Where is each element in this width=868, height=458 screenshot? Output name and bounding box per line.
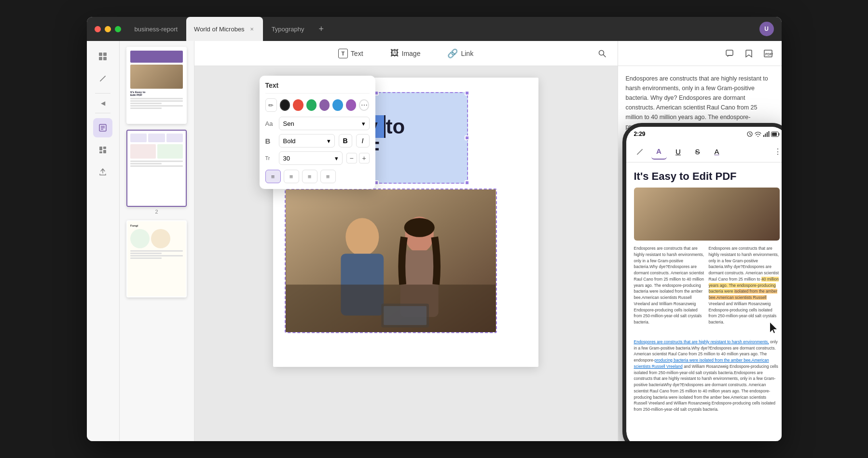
size-increase-button[interactable]: +	[359, 153, 370, 163]
mobile-status-bar: 2:29	[626, 127, 782, 141]
mobile-underline-text: Endospores are constructs that are highl…	[634, 339, 769, 344]
tab-world-of-microbes[interactable]: World of Microbes ✕	[186, 17, 263, 41]
svg-point-29	[758, 136, 758, 137]
italic-button[interactable]: I	[356, 134, 370, 148]
svg-rect-9	[103, 147, 106, 149]
mobile-time: 2:29	[634, 131, 646, 137]
thumbnail-page-3[interactable]: Fungi	[125, 220, 188, 297]
mobile-tool-edit[interactable]	[632, 144, 648, 160]
bold-button[interactable]: B	[339, 134, 352, 148]
link-icon: 🔗	[447, 48, 458, 59]
color-swatch-blue[interactable]	[332, 99, 343, 111]
mobile-text-col2: Endospores are constructs that are highl…	[709, 245, 780, 325]
color-swatch-black[interactable]	[280, 99, 290, 111]
align-right-button[interactable]: ≡	[302, 170, 317, 183]
sidebar-item-annotations[interactable]	[93, 69, 112, 88]
toolbar: T Text 🖼 Image 🔗 Link	[194, 41, 618, 66]
svg-rect-33	[768, 131, 769, 137]
thumbnail-page-1[interactable]: It's Easy toEdit PDF	[125, 47, 188, 124]
svg-rect-0	[99, 53, 102, 56]
svg-rect-23	[726, 50, 733, 55]
weight-icon: B	[265, 137, 275, 145]
tab-typography[interactable]: Typography	[264, 17, 312, 41]
right-tool-comments[interactable]	[722, 46, 737, 61]
svg-rect-10	[99, 151, 102, 153]
image-tool-button[interactable]: 🖼 Image	[385, 45, 427, 61]
thumbnail-img-1: It's Easy toEdit PDF	[126, 47, 187, 124]
size-stepper: − +	[346, 153, 370, 163]
user-avatar[interactable]: U	[759, 22, 774, 36]
tab-label: World of Microbes	[194, 26, 245, 33]
align-justify-button[interactable]: ≡	[320, 170, 336, 183]
svg-text:PDF/A: PDF/A	[765, 53, 773, 56]
color-row: ✏ ⋯	[265, 98, 370, 112]
color-swatch-green[interactable]	[306, 99, 317, 111]
right-panel: PDF/A Endospores are constructs that are…	[618, 41, 782, 441]
font-weight-chevron: ▾	[327, 137, 331, 145]
text-tool-button[interactable]: T Text	[332, 46, 369, 61]
collapse-button[interactable]: ◀	[98, 98, 108, 108]
thumbnail-img-2	[126, 130, 187, 207]
mobile-tool-underline[interactable]: U	[671, 144, 686, 160]
font-family-value: Sen	[283, 120, 294, 127]
align-left-button[interactable]: ≡	[265, 170, 281, 183]
sidebar-divider-2	[95, 113, 110, 113]
editor-area: T Text 🖼 Image 🔗 Link Te	[194, 41, 618, 441]
minimize-button[interactable]	[105, 26, 111, 32]
resize-handle-br[interactable]	[465, 180, 469, 185]
svg-point-15	[345, 218, 379, 256]
image-icon: 🖼	[390, 48, 399, 58]
text-tool-label: Text	[351, 50, 363, 57]
align-center-button[interactable]: ≡	[284, 170, 299, 183]
align-row: ≡ ≡ ≡ ≡	[265, 170, 370, 183]
font-family-select[interactable]: Sen ▾	[279, 117, 370, 130]
font-row: Aa Sen ▾	[265, 117, 370, 130]
color-swatch-violet[interactable]	[346, 99, 356, 111]
right-tool-pdfa[interactable]: PDF/A	[760, 46, 776, 61]
highlighted-text-2: isolated from the amber bee.American sci…	[709, 289, 778, 300]
font-weight-select[interactable]: Bold ▾	[279, 134, 335, 148]
canvas-area[interactable]: Text ✏ ⋯ Aa	[194, 66, 618, 441]
sidebar-item-export[interactable]	[93, 162, 112, 182]
mobile-tool-bold[interactable]: A	[651, 144, 667, 160]
image-tool-label: Image	[402, 50, 421, 57]
mobile-text-body-2: Endospores are constructs that are highl…	[634, 339, 780, 413]
right-toolbar: PDF/A	[618, 41, 782, 66]
close-button[interactable]	[95, 26, 101, 32]
mobile-pdf-title: It's Easy to Edit PDF	[634, 170, 780, 183]
resize-handle-mr[interactable]	[465, 135, 469, 140]
traffic-lights	[95, 26, 121, 32]
mobile-content[interactable]: It's Easy to Edit PDF Endospores are con…	[626, 162, 782, 441]
color-swatch-more[interactable]: ⋯	[359, 99, 369, 111]
svg-line-28	[750, 134, 751, 135]
sidebar-item-edit[interactable]	[93, 118, 112, 137]
right-tool-bookmark[interactable]	[741, 46, 757, 61]
sidebar-item-organize[interactable]	[93, 140, 112, 160]
font-size-value: 30	[283, 155, 290, 162]
resize-handle-tr[interactable]	[465, 91, 469, 95]
search-button[interactable]	[594, 46, 610, 61]
maximize-button[interactable]	[115, 26, 121, 32]
font-size-select[interactable]: 30 ▾	[279, 151, 343, 165]
sidebar-item-thumbnails[interactable]	[93, 47, 112, 66]
tab-add-button[interactable]: +	[313, 17, 330, 41]
thumbnail-page-2[interactable]: 2	[125, 130, 188, 215]
tab-business-report[interactable]: business-report	[127, 17, 186, 41]
size-decrease-button[interactable]: −	[346, 153, 357, 163]
svg-rect-1	[103, 53, 107, 56]
link-tool-button[interactable]: 🔗 Link	[441, 45, 479, 62]
pdf-image-section[interactable]: W 217.8 H 164.9	[285, 189, 497, 333]
mobile-more-button[interactable]: ⋮	[774, 147, 782, 156]
format-icon-button[interactable]: ✏	[265, 98, 277, 112]
svg-rect-32	[767, 132, 768, 137]
svg-line-13	[603, 54, 606, 57]
cursor-area	[634, 321, 780, 335]
svg-rect-8	[99, 147, 102, 150]
highlighted-text-1: 40 million years ago. The endospore-prod…	[709, 277, 779, 300]
font-weight-value: Bold	[283, 137, 296, 145]
mobile-tool-strikethrough[interactable]: S	[690, 144, 705, 160]
mobile-tool-text-color[interactable]: A	[709, 144, 725, 160]
tab-close-icon[interactable]: ✕	[248, 26, 255, 32]
color-swatch-red[interactable]	[293, 99, 303, 111]
color-swatch-purple[interactable]	[319, 99, 330, 111]
